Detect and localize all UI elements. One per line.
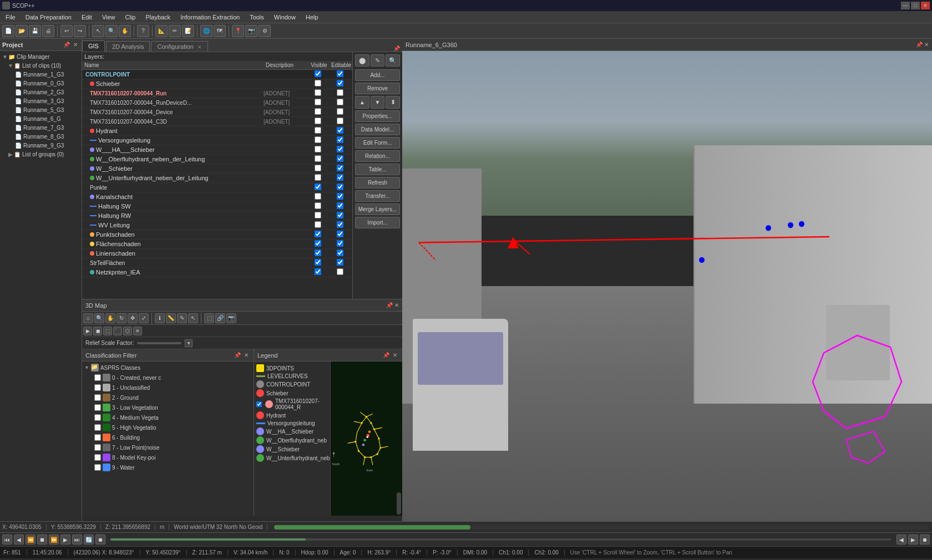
tb-print[interactable]: 🖨 <box>42 25 54 37</box>
threed-edit-button[interactable]: ✎ <box>177 313 187 323</box>
tab-gis[interactable]: GIS <box>82 40 105 52</box>
layer-row-controlpoint[interactable]: CONTROLPOINT <box>82 70 352 79</box>
layer-row-flachenschaden[interactable]: Flächenschaden <box>82 240 352 249</box>
play-loop-button[interactable]: 🔄 <box>84 534 94 544</box>
edit-form-button[interactable]: Edit Form... <box>355 137 400 149</box>
class-2-check[interactable] <box>94 394 101 401</box>
threed-camera-button[interactable]: 📷 <box>226 313 236 323</box>
project-close-button[interactable]: ✕ <box>72 41 79 49</box>
playback-extra-btn-3[interactable]: ⏺ <box>920 534 930 544</box>
tb-undo[interactable]: ↩ <box>60 25 73 37</box>
tree-runname-2[interactable]: 📄 Runname_2_G3 <box>1 88 80 96</box>
layer-wv-leitung-edit-check[interactable] <box>337 221 343 228</box>
layer-versorgungsleitung-vis-check[interactable] <box>315 136 321 143</box>
tab-configuration[interactable]: Configuration ✕ <box>151 41 208 52</box>
class-1-check[interactable] <box>94 384 101 391</box>
layer-row-tmx-rundevice[interactable]: TMX7316010207-000044_RunDeviceD... [ADON… <box>82 98 352 108</box>
table-button[interactable]: Table... <box>355 164 400 175</box>
threed-select-button[interactable]: ↖ <box>188 313 198 323</box>
layer-w-unter-edit-check[interactable] <box>337 174 343 181</box>
layer-tmx-run-edit-check[interactable] <box>337 89 343 96</box>
tb-save[interactable]: 💾 <box>29 25 41 37</box>
layer-flachenschaden-edit-check[interactable] <box>337 240 343 247</box>
class-asprs-folder[interactable]: ▼ 📁 ASPRS Classes <box>83 363 252 373</box>
threed-move-button[interactable]: ✥ <box>128 313 138 323</box>
minimize-button[interactable]: — <box>901 2 910 9</box>
play-frame-fwd-button[interactable]: ⏩ <box>49 534 59 544</box>
layer-w-ha-vis-check[interactable] <box>315 146 321 152</box>
threed-zoom-button[interactable]: 🔍 <box>94 313 104 323</box>
threed-sub-btn-6[interactable]: ✕ <box>133 327 142 335</box>
layer-row-hydrant[interactable]: Hydrant <box>82 126 352 136</box>
relief-slider[interactable] <box>137 342 181 344</box>
threed-layer-button[interactable]: ⬚ <box>204 313 214 323</box>
layer-row-haltung-sw[interactable]: Haltung SW <box>82 202 352 211</box>
tab-2d-analysis[interactable]: 2D Analysis <box>106 41 150 52</box>
class-pin-button[interactable]: 📌 <box>234 352 241 359</box>
tb-open[interactable]: 📂 <box>16 25 28 37</box>
layer-tmx-run-vis-check[interactable] <box>315 89 321 96</box>
layer-strteilflachen-edit-check[interactable] <box>337 259 343 266</box>
layer-tmx-device-edit-check[interactable] <box>337 108 343 115</box>
class-7-check[interactable] <box>94 444 101 451</box>
play-back-start-button[interactable]: ⏮ <box>2 534 12 544</box>
threed-rotate-button[interactable]: ↻ <box>116 313 126 323</box>
stop-button[interactable]: ⏹ <box>37 534 47 544</box>
layer-tmx-rundevice-edit-check[interactable] <box>337 99 343 105</box>
layer-flachenschaden-vis-check[interactable] <box>315 240 321 247</box>
class-0-check[interactable] <box>94 374 101 381</box>
menu-help[interactable]: Help <box>301 13 323 22</box>
tb-zoom[interactable]: 🔍 <box>105 25 118 37</box>
layer-controlpoint-vis-check[interactable] <box>315 70 321 77</box>
layer-row-strteilflachen[interactable]: StrTeilFlächen <box>82 258 352 268</box>
layer-row-tmx-c3d[interactable]: TMX7316010207-000044_C3D [ADONET] <box>82 117 352 126</box>
tb-globe[interactable]: 🌐 <box>200 25 212 37</box>
layer-versorgungsleitung-edit-check[interactable] <box>337 136 343 143</box>
tb-pan[interactable]: ✋ <box>119 25 131 37</box>
gis-circle-icon-button[interactable]: ⬤ <box>355 54 369 67</box>
threed-tilt-button[interactable]: ⤢ <box>139 313 149 323</box>
data-model-button[interactable]: Data Model... <box>355 124 400 135</box>
layer-row-kanalschacht[interactable]: Kanalschacht <box>82 192 352 202</box>
remove-button[interactable]: Remove <box>355 83 400 94</box>
layer-schieber-edit-check[interactable] <box>337 80 343 86</box>
layer-netzkpnten-edit-check[interactable] <box>337 268 343 275</box>
layer-haltung-sw-edit-check[interactable] <box>337 202 343 209</box>
tb-new[interactable]: 📄 <box>2 25 14 37</box>
layer-w-ha-edit-check[interactable] <box>337 146 343 152</box>
layer-tmx-device-vis-check[interactable] <box>315 108 321 115</box>
merge-layers-button[interactable]: Merge Layers... <box>355 203 400 215</box>
up-button[interactable]: ▲ <box>355 96 369 109</box>
tb-select[interactable]: ↖ <box>92 25 104 37</box>
layer-row-w-oberfluhydrant[interactable]: W__Oberfluhydrant_neben_der_Leitung <box>82 155 352 164</box>
relation-button[interactable]: Relation... <box>355 150 400 162</box>
gis-edit-icon-button[interactable]: ✎ <box>371 54 385 67</box>
layer-row-w-ha-schieber[interactable]: W___HA___Schieber <box>82 145 352 155</box>
layer-row-w-schieber[interactable]: W__Schieber <box>82 164 352 174</box>
threed-pan-button[interactable]: ✋ <box>105 313 115 323</box>
threed-pin-button[interactable]: 📌 <box>386 302 393 308</box>
layer-controlpoint-edit-check[interactable] <box>337 70 343 77</box>
layer-tmx-c3d-edit-check[interactable] <box>337 118 343 124</box>
threed-close-button[interactable]: ✕ <box>394 302 399 308</box>
layer-netzkpnten-vis-check[interactable] <box>315 268 321 275</box>
layer-row-netzkpnten[interactable]: Netzkpnten_IEA <box>82 268 352 277</box>
import-button[interactable]: Import... <box>355 217 400 228</box>
playback-extra-btn-2[interactable]: ▶ <box>908 534 918 544</box>
layer-w-ober-vis-check[interactable] <box>315 155 321 162</box>
tree-runname-8[interactable]: 📄 Runname_8_G3 <box>1 132 80 141</box>
layer-row-w-unterflurhydrant[interactable]: W__Unterflurhydrant_neben_der_Leitung <box>82 174 352 183</box>
tb-help[interactable]: ? <box>137 25 149 37</box>
tree-runname-1[interactable]: 📄 Runname_1_G3 <box>1 70 80 79</box>
layer-hydrant-edit-check[interactable] <box>337 127 343 134</box>
layer-row-haltung-rw[interactable]: Haltung RW <box>82 211 352 221</box>
threed-sub-btn-1[interactable]: ▶ <box>83 327 92 335</box>
layer-linienschaden-edit-check[interactable] <box>337 250 343 256</box>
layer-schieber-vis-check[interactable] <box>315 80 321 86</box>
layer-row-tmx-device[interactable]: TMX7316010207-000044_Device [ADONET] <box>82 108 352 117</box>
tree-clip-manager[interactable]: ▼ 📁 Clip Manager <box>1 52 80 61</box>
map-close-button[interactable]: ✕ <box>924 42 929 48</box>
play-back-button[interactable]: ◀ <box>14 534 24 544</box>
threed-sub-btn-2[interactable]: ◼ <box>93 327 102 335</box>
threed-measure-button[interactable]: 📏 <box>166 313 176 323</box>
